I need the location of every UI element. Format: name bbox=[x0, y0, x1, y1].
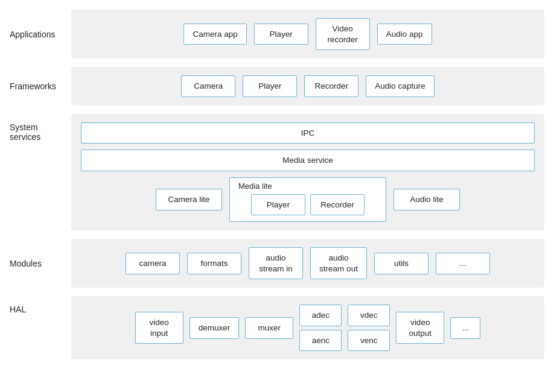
modules-items-row: camera formats audiostream in audiostrea… bbox=[81, 247, 535, 279]
system-services-items-row: Camera lite Media lite Player Recorder A… bbox=[81, 177, 535, 223]
video-output-item: videooutput bbox=[396, 312, 444, 344]
video-input-item: videoinput bbox=[135, 312, 183, 344]
applications-layer: Applications Camera app Player Videoreco… bbox=[10, 10, 544, 58]
ipc-item: IPC bbox=[81, 122, 535, 144]
vdec-venc-pair: vdec venc bbox=[348, 305, 390, 351]
camera-framework-item: Camera bbox=[181, 75, 235, 97]
audio-capture-item: Audio capture bbox=[366, 75, 434, 97]
frameworks-label: Frameworks bbox=[10, 81, 64, 91]
architecture-diagram: Applications Camera app Player Videoreco… bbox=[10, 10, 544, 359]
frameworks-items-row: Camera Player Recorder Audio capture bbox=[81, 75, 535, 97]
adec-item: adec bbox=[299, 305, 342, 326]
muxer-item: muxer bbox=[245, 317, 293, 339]
adec-aenc-pair: adec aenc bbox=[299, 305, 342, 351]
media-lite-container: Media lite Player Recorder bbox=[229, 177, 386, 223]
applications-label: Applications bbox=[10, 30, 64, 39]
media-service-item: Media service bbox=[81, 150, 535, 171]
audio-lite-item: Audio lite bbox=[393, 189, 460, 210]
recorder-lite-item: Recorder bbox=[310, 194, 365, 216]
aenc-item: aenc bbox=[299, 330, 342, 352]
audio-stream-out-item: audiostream out bbox=[310, 247, 367, 279]
hal-layer: HAL videoinput demuxer muxer adec aenc v… bbox=[10, 296, 544, 359]
modules-box: camera formats audiostream in audiostrea… bbox=[71, 239, 544, 288]
player-framework-item: Player bbox=[243, 75, 297, 97]
video-recorder-item: Videorecorder bbox=[316, 18, 370, 50]
formats-module-item: formats bbox=[187, 253, 241, 274]
vdec-item: vdec bbox=[348, 305, 390, 326]
system-services-label: Systemservices bbox=[10, 114, 64, 142]
utils-module-item: utils bbox=[374, 253, 428, 274]
player-app-item: Player bbox=[254, 24, 308, 45]
system-services-box: IPC Media service Camera lite Media lite… bbox=[71, 114, 544, 231]
camera-lite-item: Camera lite bbox=[156, 189, 222, 210]
demuxer-item: demuxer bbox=[189, 317, 240, 339]
audio-app-item: Audio app bbox=[377, 24, 432, 45]
camera-module-item: camera bbox=[126, 253, 180, 274]
camera-app-item: Camera app bbox=[183, 24, 246, 45]
frameworks-box: Camera Player Recorder Audio capture bbox=[71, 67, 544, 106]
media-lite-inner: Player Recorder bbox=[251, 194, 365, 216]
applications-items-row: Camera app Player Videorecorder Audio ap… bbox=[81, 18, 535, 50]
hal-label: HAL bbox=[10, 296, 64, 314]
hal-ellipsis-item: ... bbox=[450, 317, 480, 339]
frameworks-layer: Frameworks Camera Player Recorder Audio … bbox=[10, 67, 544, 106]
hal-section: videoinput demuxer muxer adec aenc vdec … bbox=[135, 305, 481, 351]
media-lite-label: Media lite bbox=[238, 182, 272, 191]
recorder-framework-item: Recorder bbox=[304, 75, 358, 97]
audio-stream-in-item: audiostream in bbox=[249, 247, 303, 279]
modules-ellipsis-item: ... bbox=[436, 253, 490, 274]
modules-layer: Modules camera formats audiostream in au… bbox=[10, 239, 544, 288]
modules-label: Modules bbox=[10, 259, 64, 268]
hal-box: videoinput demuxer muxer adec aenc vdec … bbox=[71, 296, 544, 359]
venc-item: venc bbox=[348, 330, 390, 352]
applications-box: Camera app Player Videorecorder Audio ap… bbox=[71, 10, 544, 58]
system-services-layer: Systemservices IPC Media service Camera … bbox=[10, 114, 544, 231]
player-lite-item: Player bbox=[251, 194, 305, 216]
